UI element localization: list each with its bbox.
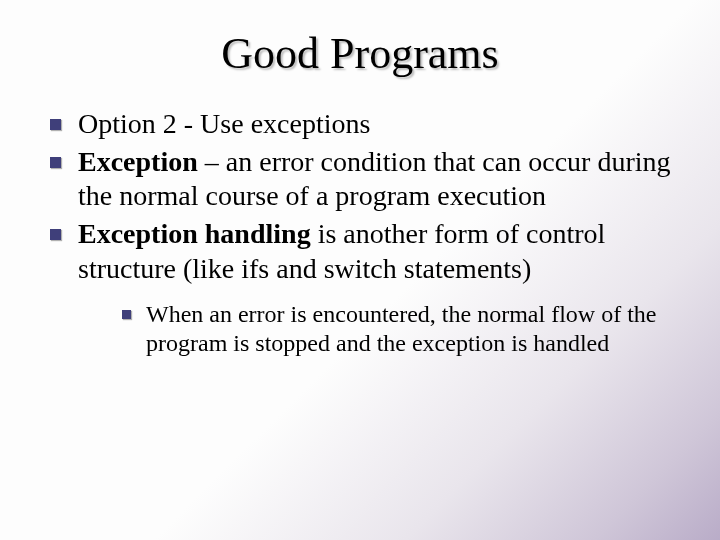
sub-list: When an error is encountered, the normal…	[78, 300, 680, 359]
text-run: Exception	[78, 146, 198, 177]
text-run: When an error is encountered, the normal…	[146, 301, 656, 356]
list-item: Exception – an error condition that can …	[44, 145, 680, 213]
text-run: Exception handling	[78, 218, 311, 249]
bullet-list: Option 2 - Use exceptionsException – an …	[40, 107, 680, 358]
list-item: When an error is encountered, the normal…	[118, 300, 680, 359]
slide: Good Programs Option 2 - Use exceptionsE…	[0, 0, 720, 540]
slide-title: Good Programs	[40, 28, 680, 79]
list-item: Exception handling is another form of co…	[44, 217, 680, 358]
text-run: Option 2 - Use exceptions	[78, 108, 370, 139]
list-item: Option 2 - Use exceptions	[44, 107, 680, 141]
